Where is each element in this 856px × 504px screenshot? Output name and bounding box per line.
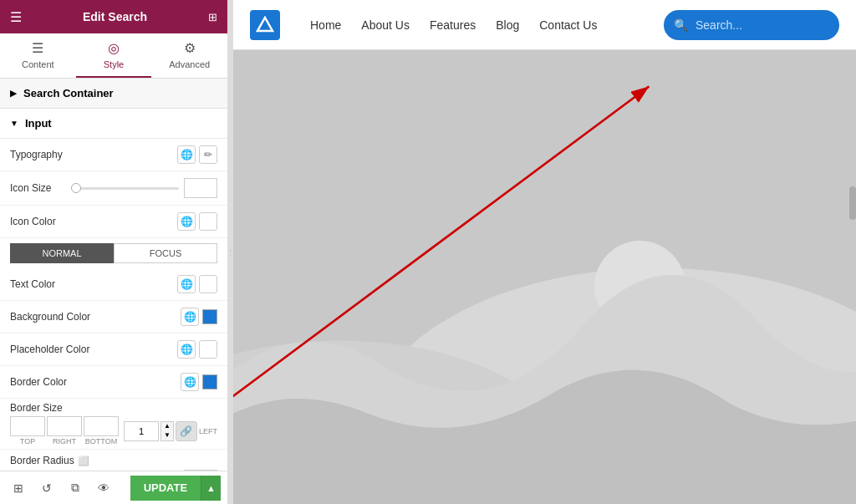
grid-icon[interactable]: ⊞: [208, 11, 217, 23]
border-size-combo: TOP RIGHT BOTTOM ▲ ▼ 🔗: [10, 416, 217, 445]
nav-bar: Home About Us Features Blog Contact Us 🔍: [233, 0, 856, 50]
border-bottom-input[interactable]: [84, 416, 119, 436]
normal-focus-tabs: NORMAL FOCUS: [10, 243, 217, 263]
nav-blog[interactable]: Blog: [496, 18, 519, 32]
text-color-row: Text Color 🌐: [0, 268, 227, 301]
border-spin-down[interactable]: ▼: [161, 431, 173, 440]
placeholder-color-swatch[interactable]: [199, 340, 217, 359]
typography-label: Typography: [10, 149, 177, 160]
advanced-tab-label: Advanced: [169, 59, 210, 69]
style-tab-icon: ◎: [108, 40, 120, 56]
brand-logo: [250, 10, 280, 40]
icon-color-row: Icon Color 🌐: [0, 206, 227, 238]
icon-color-swatch[interactable]: [199, 212, 217, 231]
grid-view-icon[interactable]: ⊞: [7, 476, 30, 500]
border-radius-row: Border Radius ⬜: [0, 450, 227, 471]
focus-tab[interactable]: FOCUS: [114, 243, 217, 263]
border-spin-up[interactable]: ▲: [161, 422, 173, 431]
normal-tab[interactable]: NORMAL: [10, 243, 114, 263]
border-right-label: RIGHT: [47, 437, 82, 445]
input-subsection[interactable]: ▼ Input: [0, 109, 227, 139]
update-button[interactable]: UPDATE: [130, 476, 201, 501]
placeholder-color-label: Placeholder Color: [10, 344, 177, 355]
border-size-row: Border Size TOP RIGHT BOTTOM: [0, 399, 227, 450]
canvas-area: Home About Us Features Blog Contact Us 🔍: [233, 0, 856, 504]
border-radius-label-container: Border Radius ⬜: [10, 455, 217, 466]
input-label: Input: [25, 117, 52, 130]
text-color-globe-icon[interactable]: 🌐: [177, 275, 196, 293]
typography-edit-icon[interactable]: ✏: [199, 145, 217, 164]
border-bottom-label: BOTTOM: [84, 437, 119, 445]
border-color-swatch[interactable]: [202, 374, 217, 389]
search-box-container: 🔍: [664, 10, 839, 40]
border-left-label: LEFT: [199, 427, 217, 435]
border-color-row: Border Color 🌐: [0, 366, 227, 399]
update-arrow-button[interactable]: ▲: [201, 476, 221, 501]
history-icon[interactable]: ↺: [35, 476, 59, 500]
text-color-swatch[interactable]: [199, 275, 217, 293]
left-input-group: ▲ ▼ 🔗 LEFT: [124, 421, 217, 441]
tab-content[interactable]: ☰ Content: [0, 33, 76, 78]
duplicate-icon[interactable]: ⧉: [64, 476, 87, 500]
border-left-input[interactable]: [124, 421, 159, 441]
nav-home[interactable]: Home: [310, 18, 341, 32]
nav-links: Home About Us Features Blog Contact Us: [310, 18, 644, 32]
border-color-label: Border Color: [10, 376, 181, 388]
border-top-inputs: [10, 416, 119, 436]
advanced-tab-icon: ⚙: [184, 40, 196, 56]
icon-size-slider[interactable]: [71, 187, 179, 190]
icon-size-label: Icon Size: [10, 182, 63, 194]
scroll-handle[interactable]: [849, 186, 856, 220]
panel-title: Edit Search: [83, 10, 147, 23]
nav-contact[interactable]: Contact Us: [539, 18, 597, 32]
border-link-button[interactable]: 🔗: [176, 421, 197, 441]
border-top-input[interactable]: [10, 416, 45, 436]
bg-color-swatch[interactable]: [202, 309, 217, 324]
eye-icon[interactable]: 👁: [92, 476, 115, 500]
search-nav-icon: 🔍: [674, 18, 688, 32]
search-container-section[interactable]: ▶ Search Container: [0, 79, 227, 109]
content-tab-label: Content: [22, 59, 54, 69]
update-button-group: UPDATE ▲: [130, 476, 221, 501]
nav-about[interactable]: About Us: [361, 18, 410, 32]
typography-row: Typography 🌐 ✏: [0, 139, 227, 171]
bottom-bar: ⊞ ↺ ⧉ 👁 UPDATE ▲: [0, 471, 227, 504]
placeholder-color-controls: 🌐: [177, 340, 217, 359]
content-tab-icon: ☰: [32, 40, 43, 56]
icon-size-input[interactable]: [184, 178, 217, 198]
border-color-globe-icon[interactable]: 🌐: [181, 373, 199, 391]
section-arrow-icon: ▶: [10, 89, 17, 98]
icon-size-row: Icon Size: [0, 171, 227, 206]
canvas-content: [233, 50, 856, 504]
panel-header: ☰ Edit Search ⊞: [0, 0, 227, 33]
style-tab-label: Style: [104, 59, 124, 69]
border-radius-label: Border Radius: [10, 455, 74, 466]
icon-size-controls: [71, 178, 217, 198]
border-inputs-group: TOP RIGHT BOTTOM: [10, 416, 119, 445]
border-top-label: TOP: [10, 437, 45, 445]
icon-color-globe-icon[interactable]: 🌐: [177, 212, 196, 231]
text-color-label: Text Color: [10, 278, 177, 290]
panel-content: ▶ Search Container ▼ Input Typography 🌐 …: [0, 79, 227, 471]
tab-advanced[interactable]: ⚙ Advanced: [151, 33, 227, 78]
placeholder-color-globe-icon[interactable]: 🌐: [177, 340, 196, 359]
hamburger-icon[interactable]: ☰: [10, 9, 22, 25]
panel-tabs: ☰ Content ◎ Style ⚙ Advanced: [0, 33, 227, 79]
border-right-input[interactable]: [47, 416, 82, 436]
border-spin-buttons: ▲ ▼: [160, 421, 174, 441]
tab-style[interactable]: ◎ Style: [76, 33, 152, 78]
border-radius-icon: ⬜: [78, 456, 89, 466]
landscape-svg: [233, 50, 856, 504]
icon-color-controls: 🌐: [177, 212, 217, 231]
border-color-controls: 🌐: [181, 373, 217, 391]
panel-header-icons: ⊞: [208, 11, 217, 23]
background-color-row: Background Color 🌐: [0, 301, 227, 333]
typography-globe-icon[interactable]: 🌐: [177, 145, 196, 164]
nav-features[interactable]: Features: [430, 18, 476, 32]
placeholder-color-row: Placeholder Color 🌐: [0, 333, 227, 366]
subsection-arrow-icon: ▼: [10, 119, 18, 128]
svg-marker-0: [257, 18, 273, 31]
bottom-icons: ⊞ ↺ ⧉ 👁: [7, 476, 115, 500]
search-input[interactable]: [664, 10, 839, 40]
bg-color-globe-icon[interactable]: 🌐: [181, 308, 199, 326]
